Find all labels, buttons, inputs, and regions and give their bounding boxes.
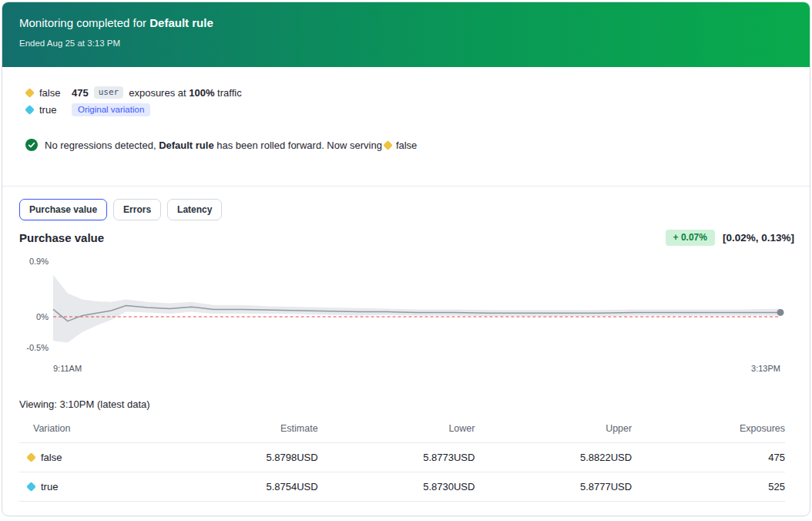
- y-tick-zero: 0%: [36, 312, 49, 321]
- variation-cell: false: [19, 452, 165, 463]
- chart-plot-area[interactable]: [53, 257, 780, 360]
- metric-chart-svg: [53, 257, 780, 360]
- monitoring-card: Monitoring completed for Default rule En…: [2, 2, 810, 516]
- banner-title-rule-name: Default rule: [149, 16, 213, 29]
- chart-y-axis: 0.9% 0% -0.5%: [19, 257, 53, 360]
- variation-true-diamond-icon: [26, 482, 36, 492]
- traffic-percent: 100%: [189, 87, 214, 99]
- exposure-text-prefix: exposures at: [129, 87, 189, 99]
- table-row: true 5.8754USD 5.8730USD 5.8777USD 525: [19, 472, 785, 502]
- summary-section: false 475 user exposures at 100% traffic…: [2, 67, 810, 153]
- exposures-cell: 525: [632, 472, 785, 502]
- estimate-cell: 5.8754USD: [165, 472, 318, 502]
- metric-summary-stats: + 0.07% [0.02%, 0.13%]: [666, 230, 794, 246]
- metric-chart: 0.9% 0% -0.5%: [19, 257, 780, 360]
- estimate-cell: 5.8798USD: [165, 443, 318, 472]
- upper-cell: 5.8822USD: [475, 443, 632, 472]
- variation-cell: true: [19, 481, 165, 492]
- metric-tabs: Purchase value Errors Latency: [2, 187, 810, 220]
- result-middle: has been rolled forward. Now serving: [214, 139, 382, 151]
- original-variation-badge: Original variation: [72, 103, 150, 116]
- serving-variation-name: false: [396, 139, 417, 151]
- latest-point-dot: [777, 309, 784, 316]
- serving-variation-diamond-icon: [383, 140, 393, 150]
- col-header-estimate: Estimate: [165, 417, 318, 443]
- table-row: false 5.8798USD 5.8773USD 5.8822USD 475: [19, 443, 785, 472]
- banner-title-prefix: Monitoring completed for: [19, 16, 149, 29]
- variation-label: false: [41, 452, 62, 463]
- banner-subtitle: Ended Aug 25 at 3:13 PM: [19, 38, 793, 49]
- variation-true-diamond-icon: [25, 105, 35, 115]
- exposure-count: 475: [72, 87, 89, 99]
- tab-errors[interactable]: Errors: [113, 199, 161, 220]
- col-header-variation: Variation: [19, 417, 165, 443]
- result-prefix: No regressions detected,: [45, 139, 159, 151]
- metric-title: Purchase value: [19, 230, 104, 246]
- x-tick-end: 3:13PM: [751, 363, 780, 374]
- check-circle-icon: [25, 139, 38, 151]
- variation-row-false: false 475 user exposures at 100% traffic: [19, 84, 791, 101]
- result-row: No regressions detected, Default rule ha…: [19, 136, 791, 153]
- lower-cell: 5.8773USD: [318, 443, 475, 472]
- variation-row-true: true Original variation: [19, 101, 791, 118]
- banner-title: Monitoring completed for Default rule: [19, 15, 793, 31]
- exposure-sentence: exposures at 100% traffic: [129, 87, 241, 99]
- variation-false-diamond-icon: [26, 452, 36, 462]
- tab-purchase-value[interactable]: Purchase value: [19, 199, 107, 220]
- results-table: Variation Estimate Lower Upper Exposures…: [19, 417, 785, 502]
- variation-label: true: [41, 481, 58, 492]
- lower-cell: 5.8730USD: [318, 472, 475, 502]
- confidence-interval: [0.02%, 0.13%]: [723, 232, 794, 244]
- y-tick-bottom: -0.5%: [26, 343, 49, 352]
- variation-name: true: [39, 104, 72, 116]
- metric-header: Purchase value + 0.07% [0.02%, 0.13%]: [19, 230, 794, 246]
- banner: Monitoring completed for Default rule En…: [2, 2, 810, 67]
- result-rule-name: Default rule: [159, 139, 214, 151]
- variation-false-diamond-icon: [25, 88, 35, 98]
- variation-name: false: [39, 87, 72, 99]
- chart-x-axis: 9:11AM 3:13PM: [53, 363, 780, 374]
- upper-cell: 5.8777USD: [475, 472, 632, 502]
- table-header-row: Variation Estimate Lower Upper Exposures: [19, 417, 785, 443]
- col-header-exposures: Exposures: [632, 417, 785, 443]
- x-tick-start: 9:11AM: [53, 363, 82, 374]
- result-text: No regressions detected, Default rule ha…: [45, 139, 417, 151]
- viewing-status: Viewing: 3:10PM (latest data): [19, 397, 791, 412]
- y-tick-top: 0.9%: [29, 257, 49, 266]
- tab-latency[interactable]: Latency: [167, 199, 222, 220]
- exposures-cell: 475: [632, 443, 785, 472]
- delta-badge: + 0.07%: [666, 230, 715, 246]
- exposure-text-suffix: traffic: [215, 87, 242, 99]
- col-header-upper: Upper: [475, 417, 632, 443]
- col-header-lower: Lower: [318, 417, 475, 443]
- exposure-unit-badge: user: [94, 86, 124, 99]
